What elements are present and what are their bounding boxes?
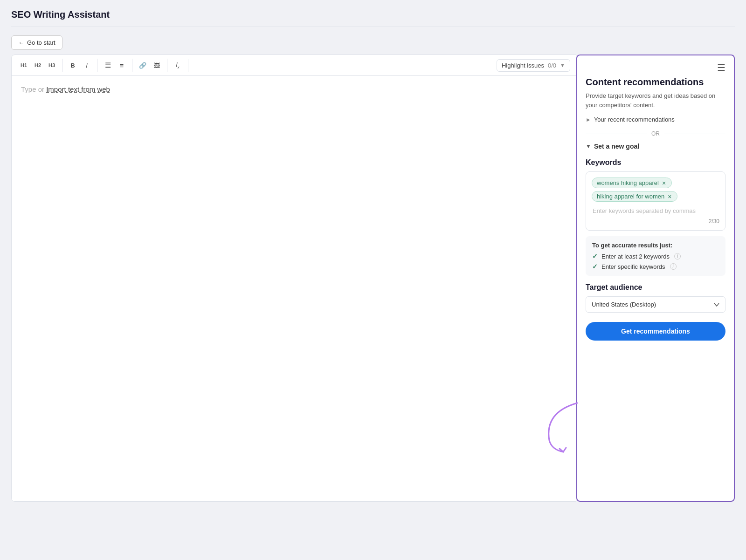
hamburger-icon: ☰ (717, 62, 725, 73)
bold-button[interactable]: B (66, 59, 79, 72)
tip-check-1-icon: ✓ (592, 253, 598, 260)
unordered-list-icon: ≡ (120, 61, 124, 69)
italic-button[interactable]: I (80, 59, 93, 72)
main-layout: H1 H2 H3 B I (11, 55, 735, 502)
app-container: SEO Writing Assistant ← Go to start H1 H… (0, 0, 746, 560)
go-to-start-button[interactable]: ← Go to start (11, 35, 62, 50)
keyword-tag-2-text: hiking apparel for women (597, 193, 664, 200)
toolbar-row: ← Go to start (11, 35, 735, 50)
list-toolbar-group: ☰ ≡ (101, 59, 132, 72)
recent-recommendations-label: Your recent recommendations (594, 116, 675, 123)
tips-box: To get accurate results just: ✓ Enter at… (586, 236, 725, 276)
h1-button[interactable]: H1 (17, 59, 30, 72)
keyword-tag-2: hiking apparel for women × (592, 191, 677, 202)
keywords-input-area[interactable]: womens hiking apparel × hiking apparel f… (586, 171, 725, 231)
set-new-goal-label: Set a new goal (594, 143, 639, 150)
editor-content[interactable]: Type or Import text from web (12, 76, 576, 501)
editor-panel: H1 H2 H3 B I (11, 55, 576, 502)
remove-keyword-2-button[interactable]: × (667, 193, 672, 200)
target-audience-label: Target audience (586, 283, 725, 292)
tip-item-2: ✓ Enter specific keywords i (592, 263, 719, 270)
unordered-list-button[interactable]: ≡ (115, 59, 128, 72)
placeholder-text: Type or (21, 85, 46, 93)
clear-format-button[interactable]: Ix (171, 59, 184, 72)
chevron-down-goal-icon: ▼ (586, 143, 591, 150)
clear-toolbar-group: Ix (171, 59, 188, 72)
highlight-issues-label: Highlight issues (502, 62, 544, 69)
ordered-list-button[interactable]: ☰ (101, 59, 114, 72)
italic-label: I (86, 62, 88, 69)
or-text: OR (651, 130, 660, 137)
tip-2-text: Enter specific keywords (601, 263, 665, 270)
format-toolbar-group: B I (66, 59, 97, 72)
tip-item-1: ✓ Enter at least 2 keywords i (592, 253, 719, 260)
keyword-input-placeholder[interactable]: Enter keywords separated by commas (592, 205, 719, 216)
editor-toolbar: H1 H2 H3 B I (12, 55, 576, 76)
recent-recommendations-item[interactable]: ► Your recent recommendations (586, 116, 725, 123)
app-title: SEO Writing Assistant (11, 9, 735, 27)
keyword-tag-1: womens hiking apparel × (592, 178, 672, 188)
tip-check-2-icon: ✓ (592, 263, 598, 270)
content-recommendations-desc: Provide target keywords and get ideas ba… (586, 91, 725, 109)
panel-menu-button[interactable]: ☰ (717, 63, 725, 72)
image-button[interactable]: 🖼 (150, 59, 163, 72)
right-panel: ☰ Content recommendations Provide target… (576, 55, 735, 502)
import-text-link[interactable]: Import text from web (46, 85, 110, 93)
image-icon: 🖼 (154, 62, 160, 69)
keyword-tag-1-text: womens hiking apparel (597, 179, 659, 186)
set-new-goal-item[interactable]: ▼ Set a new goal (586, 143, 725, 150)
remove-keyword-1-button[interactable]: × (661, 180, 667, 186)
chevron-right-icon: ► (586, 116, 591, 123)
editor-placeholder: Type or Import text from web (21, 85, 566, 93)
insert-toolbar-group: 🔗 🖼 (136, 59, 167, 72)
h1-label: H1 (21, 62, 27, 68)
keyword-counter: 2/30 (592, 218, 719, 225)
link-button[interactable]: 🔗 (136, 59, 149, 72)
heading-toolbar-group: H1 H2 H3 (17, 59, 62, 72)
bold-label: B (70, 62, 75, 69)
keywords-section-label: Keywords (586, 158, 725, 167)
get-recommendations-button[interactable]: Get recommendations (586, 322, 725, 341)
or-divider: OR (586, 130, 725, 137)
tip-2-info-icon[interactable]: i (670, 263, 677, 270)
keyword-tags-container: womens hiking apparel × hiking apparel f… (592, 178, 719, 202)
content-recommendations-title: Content recommendations (586, 77, 725, 88)
right-panel-body: Content recommendations Provide target k… (577, 77, 734, 501)
tip-1-info-icon[interactable]: i (674, 253, 681, 260)
arrow-left-icon: ← (18, 39, 24, 46)
h3-label: H3 (48, 62, 55, 68)
tip-1-text: Enter at least 2 keywords (601, 253, 670, 260)
go-to-start-label: Go to start (27, 39, 55, 46)
h2-button[interactable]: H2 (31, 59, 44, 72)
tips-title: To get accurate results just: (592, 242, 719, 249)
chevron-down-icon: ▼ (560, 62, 565, 68)
link-icon: 🔗 (139, 62, 146, 69)
highlight-count: 0/0 (548, 62, 556, 69)
h2-label: H2 (35, 62, 41, 68)
clear-format-icon: Ix (176, 61, 180, 69)
audience-select[interactable]: United States (Desktop) United States (M… (586, 296, 725, 313)
highlight-issues-dropdown[interactable]: Highlight issues 0/0 ▼ (497, 59, 570, 72)
ordered-list-icon: ☰ (105, 61, 111, 69)
right-panel-header: ☰ (577, 55, 734, 77)
h3-button[interactable]: H3 (45, 59, 58, 72)
